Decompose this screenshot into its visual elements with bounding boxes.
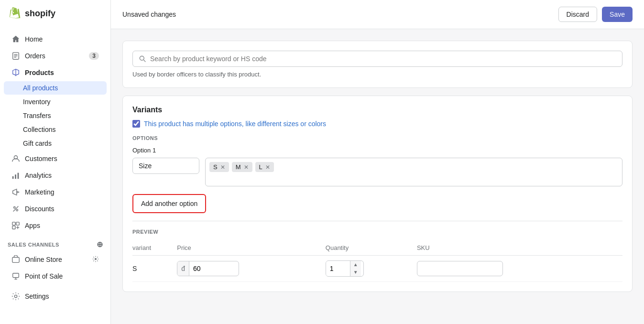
option1-values-box[interactable]: S ✕ M ✕ L ✕ bbox=[205, 158, 622, 186]
sidebar-navigation: Home Orders 3 Products All products Inve… bbox=[0, 27, 110, 324]
option1-row: S ✕ M ✕ L ✕ bbox=[132, 158, 622, 186]
option1-name-input[interactable] bbox=[132, 158, 199, 174]
page-title: Unsaved changes bbox=[122, 11, 176, 18]
search-hint: Used by border officers to classify this… bbox=[132, 71, 622, 78]
sidebar-item-orders-label: Orders bbox=[25, 52, 45, 60]
sidebar-item-settings[interactable]: Settings bbox=[4, 288, 107, 304]
price-cell: đ bbox=[177, 256, 326, 282]
sidebar-item-apps[interactable]: Apps bbox=[4, 217, 107, 234]
tag-l-remove[interactable]: ✕ bbox=[264, 164, 271, 170]
sku-input[interactable] bbox=[417, 261, 503, 276]
hs-search-input[interactable] bbox=[150, 55, 616, 63]
col-price: Price bbox=[177, 240, 326, 256]
analytics-icon bbox=[11, 171, 20, 180]
variants-card: Variants This product has multiple optio… bbox=[122, 96, 633, 292]
price-prefix: đ bbox=[177, 261, 189, 276]
sidebar-item-discounts[interactable]: Discounts bbox=[4, 201, 107, 217]
marketing-icon bbox=[11, 188, 20, 196]
variants-checkbox-label: This product has multiple options, like … bbox=[144, 120, 326, 128]
sidebar-item-discounts-label: Discounts bbox=[25, 205, 54, 213]
svg-rect-12 bbox=[12, 222, 15, 225]
sidebar-item-analytics-label: Analytics bbox=[25, 172, 52, 179]
orders-icon bbox=[11, 52, 20, 60]
col-sku: SKU bbox=[417, 240, 622, 256]
sidebar-item-orders[interactable]: Orders 3 bbox=[4, 48, 107, 64]
search-icon bbox=[139, 55, 146, 63]
quantity-wrap: ▲ ▼ bbox=[326, 260, 364, 277]
tag-l: L ✕ bbox=[255, 162, 274, 172]
price-input-wrap: đ bbox=[177, 261, 239, 276]
variant-name: S bbox=[132, 256, 177, 282]
products-icon bbox=[11, 68, 20, 77]
sidebar-logo: shopify bbox=[0, 0, 110, 27]
quantity-input[interactable] bbox=[326, 261, 350, 276]
settings-icon bbox=[11, 292, 20, 301]
qty-arrows: ▲ ▼ bbox=[350, 261, 361, 276]
preview-table: variant Price Quantity SKU S đ bbox=[132, 240, 622, 282]
sidebar-sub-transfers[interactable]: Transfers bbox=[4, 109, 107, 122]
options-label: OPTIONS bbox=[132, 135, 622, 141]
quantity-cell: ▲ ▼ bbox=[326, 256, 417, 282]
tag-m: M ✕ bbox=[232, 162, 252, 172]
sidebar-sub-inventory[interactable]: Inventory bbox=[4, 95, 107, 108]
qty-up-button[interactable]: ▲ bbox=[350, 261, 361, 269]
add-another-option-button[interactable]: Add another option bbox=[132, 194, 206, 213]
online-store-icon bbox=[11, 255, 20, 264]
svg-rect-14 bbox=[12, 226, 15, 229]
sidebar-sub-gift-cards[interactable]: Gift cards bbox=[4, 137, 107, 150]
svg-line-22 bbox=[143, 60, 145, 62]
svg-rect-8 bbox=[18, 173, 19, 179]
sidebar-item-analytics[interactable]: Analytics bbox=[4, 167, 107, 184]
customers-icon bbox=[11, 154, 20, 163]
sidebar-item-point-of-sale-label: Point of Sale bbox=[25, 272, 63, 280]
svg-point-10 bbox=[16, 209, 18, 211]
online-store-settings-icon[interactable] bbox=[92, 256, 99, 264]
option1-label: Option 1 bbox=[132, 147, 622, 154]
topbar-actions: Discard Save bbox=[558, 7, 633, 22]
price-input[interactable] bbox=[189, 261, 228, 276]
table-row: S đ ▲ ▼ bbox=[132, 256, 622, 282]
tag-s-remove[interactable]: ✕ bbox=[219, 164, 226, 170]
apps-icon bbox=[11, 221, 20, 230]
tag-s: S ✕ bbox=[209, 162, 229, 172]
save-button[interactable]: Save bbox=[602, 7, 633, 22]
discounts-icon bbox=[11, 205, 20, 213]
sku-cell bbox=[417, 256, 622, 282]
col-quantity: Quantity bbox=[326, 240, 417, 256]
sidebar-item-products[interactable]: Products bbox=[4, 65, 107, 81]
svg-rect-7 bbox=[15, 174, 16, 179]
sidebar-sub-collections[interactable]: Collections bbox=[4, 123, 107, 136]
discard-button[interactable]: Discard bbox=[558, 7, 597, 22]
svg-point-18 bbox=[95, 258, 97, 259]
sidebar-item-home-label: Home bbox=[25, 35, 43, 43]
variants-checkbox[interactable] bbox=[132, 120, 140, 128]
sidebar-item-online-store[interactable]: Online Store bbox=[4, 251, 107, 268]
topbar: Unsaved changes Discard Save bbox=[111, 0, 644, 29]
sidebar-item-customers[interactable]: Customers bbox=[4, 151, 107, 167]
point-of-sale-icon bbox=[11, 272, 20, 281]
sidebar-item-products-label: Products bbox=[25, 69, 54, 76]
sidebar-item-marketing-label: Marketing bbox=[25, 188, 54, 196]
home-icon bbox=[11, 35, 20, 43]
sidebar-item-point-of-sale[interactable]: Point of Sale bbox=[4, 268, 107, 284]
qty-down-button[interactable]: ▼ bbox=[350, 269, 361, 276]
sidebar-item-online-store-label: Online Store bbox=[25, 256, 62, 263]
content-area: Used by border officers to classify this… bbox=[111, 29, 644, 324]
orders-badge: 3 bbox=[89, 52, 99, 60]
col-variant: variant bbox=[132, 240, 177, 256]
sidebar-item-home[interactable]: Home bbox=[4, 31, 107, 47]
shopify-logo-icon bbox=[8, 7, 21, 20]
search-card: Used by border officers to classify this… bbox=[122, 41, 633, 88]
variants-title: Variants bbox=[132, 106, 622, 114]
sidebar-item-marketing[interactable]: Marketing bbox=[4, 184, 107, 200]
sidebar: shopify Home Orders 3 Products All produ… bbox=[0, 0, 111, 324]
sidebar-sub-all-products[interactable]: All products bbox=[4, 81, 107, 95]
svg-rect-6 bbox=[12, 176, 14, 179]
settings-label: Settings bbox=[25, 292, 49, 300]
tag-m-remove[interactable]: ✕ bbox=[243, 164, 250, 170]
shopify-logo-text: shopify bbox=[25, 9, 55, 19]
variants-checkbox-row: This product has multiple options, like … bbox=[132, 120, 622, 128]
add-sales-channel-icon[interactable]: ⊕ bbox=[97, 240, 103, 249]
preview-label: PREVIEW bbox=[132, 229, 622, 235]
svg-rect-19 bbox=[13, 273, 19, 278]
